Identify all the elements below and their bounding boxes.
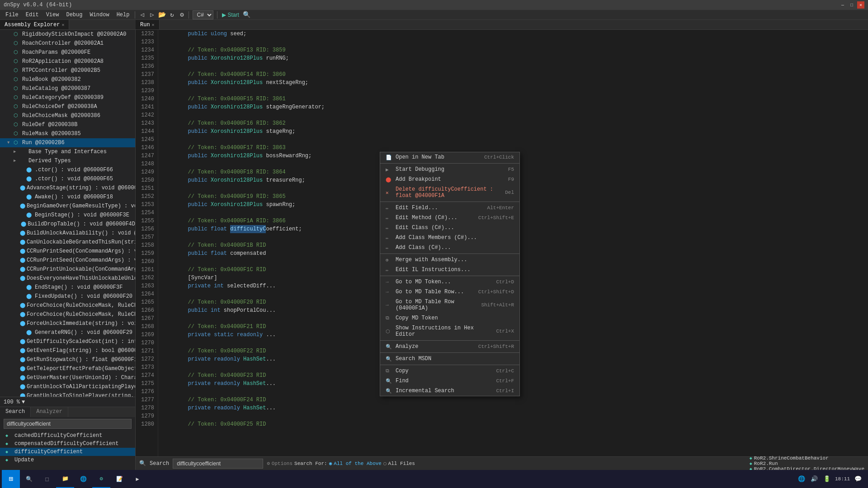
ctx-find[interactable]: 🔍 Find Ctrl+F bbox=[380, 376, 519, 386]
tree-item-30[interactable]: ⬤ForceChoice(RuleChoiceMask, RuleChoiceM… bbox=[0, 301, 135, 310]
ctx-edit-class[interactable]: ✏ Edit Class (C#)... bbox=[380, 223, 519, 233]
taskbar-terminal[interactable]: ▶ bbox=[128, 470, 146, 488]
toolbar-forward[interactable]: ▷ bbox=[147, 10, 157, 19]
taskbar-editor[interactable]: 📝 bbox=[110, 470, 128, 488]
tree-item-10[interactable]: ⬡RuleDef @0200038B bbox=[0, 120, 135, 129]
network-icon[interactable]: 🌐 bbox=[797, 474, 806, 483]
tree-item-5[interactable]: ⬡RuleBook @02000382 bbox=[0, 75, 135, 84]
tree-item-1[interactable]: ⬡RoachController @020002A1 bbox=[0, 39, 135, 48]
tree-item-15[interactable]: ⬤.ctor() : void @06000F66 bbox=[0, 165, 135, 174]
ctx-open-new-tab[interactable]: 📄 Open in New Tab Ctrl+Click bbox=[380, 152, 519, 162]
tree-item-3[interactable]: ⬡RoR2Application @020002A8 bbox=[0, 57, 135, 66]
tree-item-8[interactable]: ⬡RuleChoiceDef @0200038A bbox=[0, 102, 135, 111]
start-debug-button[interactable]: ▶ Start bbox=[219, 11, 241, 19]
tree-item-26[interactable]: ⬤CCRunPrintUnlockable(ConCommandArgs) : … bbox=[0, 265, 135, 274]
ctx-delete-field[interactable]: ✕ Delete difficultyCoefficient : float @… bbox=[380, 184, 519, 201]
ctx-edit-il[interactable]: ✏ Edit IL Instructions... bbox=[380, 265, 519, 275]
ctx-goto-table-row-addr[interactable]: → Go to MD Table Row (04000F1A) Shift+Al… bbox=[380, 297, 519, 313]
ctx-add-class-members[interactable]: ✏ Add Class Members (C#)... bbox=[380, 233, 519, 243]
tree-item-23[interactable]: ⬤CanUnlockableBeGrantedThisRun(string) :… bbox=[0, 238, 135, 247]
tree-item-0[interactable]: ⬡RigidbodyStickOnImpact @020002A0 bbox=[0, 30, 135, 39]
ctx-copy[interactable]: ⧉ Copy Ctrl+C bbox=[380, 366, 519, 376]
search-input[interactable] bbox=[4, 419, 132, 429]
tab-run[interactable]: Run ✕ bbox=[136, 20, 160, 29]
taskbar-browser[interactable]: 🌐 bbox=[74, 470, 92, 488]
menu-view[interactable]: View bbox=[42, 11, 63, 19]
ctx-add-breakpoint[interactable]: ⬤ Add Breakpoint F9 bbox=[380, 174, 519, 184]
menu-edit[interactable]: Edit bbox=[22, 11, 42, 19]
tree-item-29[interactable]: ⬤FixedUpdate() : void @06000F20 bbox=[0, 292, 135, 301]
tree-item-16[interactable]: ⬤.ctor() : void @06000F65 bbox=[0, 174, 135, 183]
battery-icon[interactable]: 🔋 bbox=[822, 474, 831, 483]
taskbar-file-explorer[interactable]: 📁 bbox=[56, 470, 74, 488]
tree-item-11[interactable]: ⬡RuleMask @02000385 bbox=[0, 129, 135, 138]
bottom-search-input[interactable] bbox=[173, 459, 263, 469]
maximize-button[interactable]: □ bbox=[848, 1, 855, 9]
search-tab-analyzer[interactable]: Analyzer bbox=[31, 407, 68, 417]
run-tab-close[interactable]: ✕ bbox=[152, 22, 155, 28]
tree-item-34[interactable]: ⬤GetDifficultyScaledCost(int) : int @060… bbox=[0, 337, 135, 346]
ctx-goto-md-token[interactable]: → Go to MD Token... Ctrl+D bbox=[380, 277, 519, 287]
taskbar-search[interactable]: 🔍 bbox=[20, 470, 38, 488]
menu-debug[interactable]: Debug bbox=[62, 11, 86, 19]
ctx-search-msdn[interactable]: 🔍 Search MSDN bbox=[380, 354, 519, 364]
taskbar-start[interactable]: ⊞ bbox=[2, 470, 20, 488]
tree-item-28[interactable]: ⬤EndStage() : void @06000F3F bbox=[0, 283, 135, 292]
tree-item-37[interactable]: ⬤GetTeleportEffectPrefab(GameObject) : G… bbox=[0, 364, 135, 373]
tree-item-7[interactable]: ⬡RuleCategoryDef @02000389 bbox=[0, 93, 135, 102]
ctx-goto-table-row[interactable]: → Go to MD Table Row... Ctrl+Shift+D bbox=[380, 287, 519, 297]
toolbar-open-assembly[interactable]: 📂 bbox=[157, 10, 167, 19]
tree-item-18[interactable]: ⬤Awake() : void @06000F18 bbox=[0, 192, 135, 202]
ctx-show-hex[interactable]: ⬡ Show Instructions in Hex Editor Ctrl+X bbox=[380, 323, 519, 339]
minimize-button[interactable]: — bbox=[839, 1, 846, 9]
tree-item-35[interactable]: ⬤GetEventFlag(string) : bool @06000F63 bbox=[0, 346, 135, 355]
zoom-down-btn[interactable]: ▼ bbox=[22, 399, 25, 405]
tree-item-9[interactable]: ⬡RuleChoiceMask @02000386 bbox=[0, 111, 135, 120]
tree-item-31[interactable]: ⬤ForceChoice(RuleChoiceMask, RuleChoiceM… bbox=[0, 310, 135, 319]
tree-item-25[interactable]: ⬤CCRunPrintSeed(ConCommandArgs) : void @… bbox=[0, 256, 135, 265]
all-files-btn[interactable]: All Files bbox=[388, 461, 415, 466]
assembly-tab-close[interactable]: ✕ bbox=[61, 22, 64, 28]
ctx-copy-md-token[interactable]: ⧉ Copy MD Token bbox=[380, 313, 519, 323]
tab-assembly-explorer[interactable]: Assembly Explorer ✕ bbox=[0, 20, 69, 29]
close-button[interactable]: ✕ bbox=[857, 1, 864, 9]
toolbar-back[interactable]: ◁ bbox=[137, 10, 147, 19]
tree-item-39[interactable]: ⬤GrantUnlockToAllParticipatingPlayers(st… bbox=[0, 382, 135, 391]
ctx-analyze[interactable]: 🔍 Analyze Ctrl+Shift+R bbox=[380, 342, 519, 352]
tree-item-40[interactable]: ⬤GrantUnlockToSinglePlayer(string, Chara… bbox=[0, 391, 135, 397]
taskbar-task-view[interactable]: ⬚ bbox=[38, 470, 56, 488]
ctx-incremental-search[interactable]: 🔍 Incremental Search Ctrl+I bbox=[380, 386, 519, 396]
notification-icon[interactable]: 💬 bbox=[854, 474, 863, 483]
assembly-tree[interactable]: ⬡RigidbodyStickOnImpact @020002A0⬡RoachC… bbox=[0, 30, 135, 397]
tree-item-22[interactable]: ⬤BuildUnlockAvailability() : void @06000… bbox=[0, 229, 135, 238]
ctx-edit-field[interactable]: ✏ Edit Field... Alt+Enter bbox=[380, 203, 519, 213]
right-result-2[interactable]: ◆ RoR2.Run bbox=[750, 461, 864, 466]
taskbar-dnspy[interactable]: ⚙ bbox=[92, 470, 110, 488]
toolbar-refresh[interactable]: ↻ bbox=[167, 10, 177, 19]
tree-item-13[interactable]: ▶Base Type and Interfaces bbox=[0, 147, 135, 156]
search-toolbar-btn[interactable]: 🔍 bbox=[242, 10, 252, 19]
tree-item-24[interactable]: ⬤CCRunPrintSeed(ConCommandArgs) : void @… bbox=[0, 247, 135, 256]
tree-item-14[interactable]: ▶Derived Types bbox=[0, 156, 135, 165]
options-icon[interactable]: ⚙ bbox=[267, 460, 270, 466]
toolbar-settings[interactable]: ⚙ bbox=[177, 10, 187, 19]
tree-item-4[interactable]: ⬡RTPCController @020002B5 bbox=[0, 66, 135, 75]
volume-icon[interactable]: 🔊 bbox=[810, 474, 819, 483]
search-tab-search[interactable]: Search bbox=[0, 407, 31, 417]
language-selector[interactable]: C# IL bbox=[193, 10, 213, 19]
result-item-compensated[interactable]: ◆ compensatedDifficultyCoefficient bbox=[0, 440, 135, 448]
result-item-update[interactable]: ◆ Update bbox=[0, 456, 135, 464]
tree-item-2[interactable]: ⬡RoachParams @020000FE bbox=[0, 48, 135, 57]
tree-item-17[interactable]: ⬤AdvanceStage(string) : void @06000F52 bbox=[0, 183, 135, 192]
menu-window[interactable]: Window bbox=[86, 11, 113, 19]
ctx-edit-method[interactable]: ✏ Edit Method (C#)... Ctrl+Shift+E bbox=[380, 213, 519, 223]
ctx-merge-assembly[interactable]: ⊕ Merge with Assembly... bbox=[380, 255, 519, 265]
result-item-difficulty[interactable]: ◆ difficultyCoefficient bbox=[0, 448, 135, 456]
tree-item-12[interactable]: ▼⬡Run @020002B6 bbox=[0, 138, 135, 147]
result-item-cached[interactable]: ◆ cachedDifficultyCoefficient bbox=[0, 432, 135, 440]
tree-item-6[interactable]: ⬡RuleCatalog @02000387 bbox=[0, 84, 135, 93]
tree-item-38[interactable]: ⬤GetUserMaster(UserUnionId) : CharacterM… bbox=[0, 373, 135, 382]
tree-item-27[interactable]: ⬤DoesEveryoneHaveThisUnlockableUnlocked(… bbox=[0, 274, 135, 283]
menu-help[interactable]: Help bbox=[113, 11, 133, 19]
tree-item-32[interactable]: ⬤ForceUnlockImmediate(string) : void @06… bbox=[0, 319, 135, 328]
